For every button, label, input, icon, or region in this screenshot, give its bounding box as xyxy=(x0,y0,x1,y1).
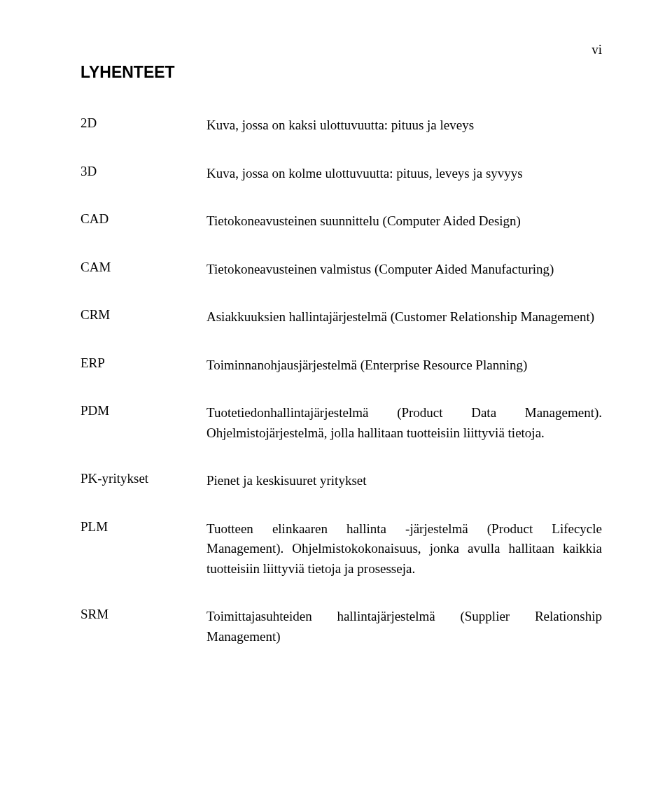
definition: Pienet ja keskisuuret yritykset xyxy=(206,471,602,491)
page: vi LYHENTEET 2D Kuva, jossa on kaksi ulo… xyxy=(0,0,672,790)
term: PLM xyxy=(80,519,206,535)
definition: Tuotetiedonhallintajärjestelmä (Product … xyxy=(206,403,602,443)
term: 2D xyxy=(80,115,206,131)
definition: Kuva, jossa on kaksi ulottuvuutta: pituu… xyxy=(206,115,602,136)
definition: Tietokoneavusteinen valmistus (Computer … xyxy=(206,260,602,280)
term: 3D xyxy=(80,164,206,179)
term: CAM xyxy=(80,260,206,275)
entry-row: PK-yritykset Pienet ja keskisuuret yrity… xyxy=(80,471,602,491)
entry-row: 3D Kuva, jossa on kolme ulottuvuutta: pi… xyxy=(80,164,602,184)
page-number: vi xyxy=(80,42,602,57)
entries-list: 2D Kuva, jossa on kaksi ulottuvuutta: pi… xyxy=(80,115,602,647)
term: PK-yritykset xyxy=(80,471,206,486)
definition: Kuva, jossa on kolme ulottuvuutta: pituu… xyxy=(206,164,602,184)
definition: Toiminnanohjausjärjestelmä (Enterprise R… xyxy=(206,355,602,376)
entry-row: ERP Toiminnanohjausjärjestelmä (Enterpri… xyxy=(80,355,602,376)
entry-row: PDM Tuotetiedonhallintajärjestelmä (Prod… xyxy=(80,403,602,443)
entry-row: PLM Tuotteen elinkaaren hallinta -järjes… xyxy=(80,519,602,579)
entry-row: CAM Tietokoneavusteinen valmistus (Compu… xyxy=(80,260,602,280)
definition: Toimittajasuhteiden hallintajärjestelmä … xyxy=(206,607,602,647)
term: ERP xyxy=(80,355,206,371)
term: CRM xyxy=(80,307,206,323)
term: PDM xyxy=(80,403,206,418)
definition: Tuotteen elinkaaren hallinta -järjestelm… xyxy=(206,519,602,579)
entry-row: SRM Toimittajasuhteiden hallintajärjeste… xyxy=(80,607,602,647)
section-heading: LYHENTEET xyxy=(80,63,602,82)
entry-row: 2D Kuva, jossa on kaksi ulottuvuutta: pi… xyxy=(80,115,602,136)
entry-row: CRM Asiakkuuksien hallintajärjestelmä (C… xyxy=(80,307,602,327)
definition: Asiakkuuksien hallintajärjestelmä (Custo… xyxy=(206,307,602,327)
definition: Tietokoneavusteinen suunnittelu (Compute… xyxy=(206,211,602,232)
term: SRM xyxy=(80,607,206,622)
term: CAD xyxy=(80,211,206,227)
entry-row: CAD Tietokoneavusteinen suunnittelu (Com… xyxy=(80,211,602,232)
